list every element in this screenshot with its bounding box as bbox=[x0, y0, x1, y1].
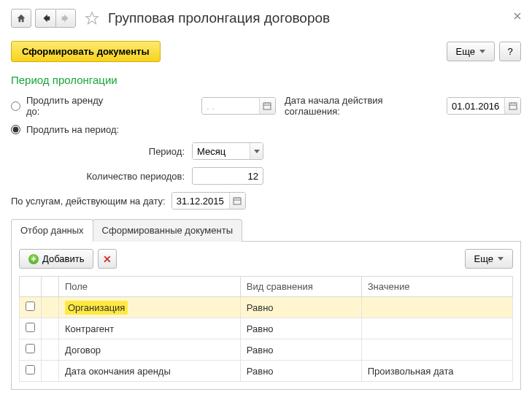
calendar-icon bbox=[233, 196, 242, 205]
extend-until-label: Продлить аренду до: bbox=[26, 95, 117, 117]
period-select-input[interactable] bbox=[193, 143, 250, 159]
row-value[interactable]: Произвольная дата bbox=[361, 361, 512, 382]
generate-documents-button[interactable]: Сформировать документы bbox=[11, 41, 161, 62]
row-field[interactable]: Организация bbox=[59, 297, 241, 318]
add-label: Добавить bbox=[42, 253, 84, 264]
calendar-icon bbox=[509, 101, 517, 110]
services-date-calendar-button[interactable] bbox=[229, 193, 245, 209]
row-value[interactable] bbox=[361, 297, 512, 318]
inner-more-label: Еще bbox=[474, 253, 493, 264]
extend-until-radio[interactable] bbox=[11, 101, 20, 111]
row-compare[interactable]: Равно bbox=[240, 318, 361, 339]
back-button[interactable] bbox=[35, 9, 55, 28]
table-row[interactable]: ОрганизацияРавно bbox=[20, 297, 513, 318]
close-button[interactable] bbox=[514, 10, 521, 22]
star-icon bbox=[85, 11, 99, 26]
table-row[interactable]: ДоговорРавно bbox=[20, 339, 513, 361]
svg-rect-0 bbox=[263, 103, 271, 110]
close-icon bbox=[514, 12, 521, 20]
until-date-calendar-button[interactable] bbox=[259, 98, 275, 114]
count-label: Количество периодов: bbox=[11, 171, 192, 182]
until-date-input[interactable] bbox=[202, 98, 259, 114]
agreement-start-calendar-button[interactable] bbox=[504, 98, 520, 114]
tab-docs[interactable]: Сформированные документы bbox=[93, 219, 242, 242]
row-compare[interactable]: Равно bbox=[240, 339, 361, 361]
table-row[interactable]: Дата окончания арендыРавноПроизвольная д… bbox=[20, 361, 513, 382]
services-date-field[interactable] bbox=[171, 192, 246, 210]
row-field[interactable]: Договор bbox=[59, 339, 241, 361]
more-button[interactable]: Еще bbox=[447, 42, 495, 61]
arrow-right-icon bbox=[61, 13, 71, 23]
chevron-down-icon bbox=[254, 150, 260, 153]
header-field[interactable]: Поле bbox=[59, 277, 241, 297]
agreement-start-date-input[interactable] bbox=[447, 98, 504, 114]
extend-period-radio[interactable] bbox=[11, 125, 20, 134]
calendar-icon bbox=[263, 101, 271, 110]
header-value[interactable]: Значение bbox=[361, 277, 512, 297]
row-checkbox[interactable] bbox=[26, 365, 35, 374]
field-chip: Организация bbox=[65, 301, 128, 315]
home-icon bbox=[16, 13, 26, 23]
row-field[interactable]: Дата окончания аренды bbox=[59, 361, 241, 382]
period-select[interactable] bbox=[192, 142, 263, 160]
row-value[interactable] bbox=[361, 339, 512, 361]
add-button[interactable]: + Добавить bbox=[19, 249, 93, 269]
inner-more-button[interactable]: Еще bbox=[465, 249, 513, 269]
row-field[interactable]: Контрагент bbox=[59, 318, 241, 339]
services-date-input[interactable] bbox=[172, 193, 229, 209]
period-select-dropdown[interactable] bbox=[250, 143, 263, 159]
row-compare[interactable]: Равно bbox=[240, 297, 361, 318]
delete-button[interactable]: ✕ bbox=[98, 249, 117, 269]
header-compare[interactable]: Вид сравнения bbox=[240, 277, 361, 297]
more-label: Еще bbox=[456, 46, 475, 57]
page-title: Групповая пролонгация договоров bbox=[108, 10, 330, 26]
until-date-field[interactable] bbox=[201, 97, 276, 115]
section-title: Период пролонгации bbox=[11, 74, 521, 86]
filter-table: Поле Вид сравнения Значение ОрганизацияР… bbox=[19, 276, 513, 382]
row-checkbox[interactable] bbox=[26, 301, 35, 311]
favorite-button[interactable] bbox=[85, 11, 99, 26]
extend-period-label: Продлить на период: bbox=[26, 124, 119, 135]
chevron-down-icon bbox=[479, 50, 485, 53]
services-date-label: По услугам, действующим на дату: bbox=[11, 196, 166, 207]
agreement-start-date-field[interactable] bbox=[447, 97, 521, 115]
svg-rect-4 bbox=[509, 103, 517, 110]
help-button[interactable]: ? bbox=[499, 42, 521, 61]
svg-rect-8 bbox=[234, 198, 241, 204]
row-checkbox[interactable] bbox=[26, 344, 35, 353]
agreement-start-label: Дата начала действия соглашения: bbox=[285, 95, 441, 117]
period-label: Период: bbox=[11, 146, 192, 157]
tab-filter[interactable]: Отбор данных bbox=[11, 219, 93, 242]
row-compare[interactable]: Равно bbox=[240, 361, 361, 382]
row-checkbox[interactable] bbox=[26, 323, 35, 332]
row-value[interactable] bbox=[361, 318, 512, 339]
arrow-left-icon bbox=[41, 13, 51, 23]
forward-button[interactable] bbox=[55, 9, 76, 28]
table-row[interactable]: КонтрагентРавно bbox=[20, 318, 513, 339]
count-input[interactable] bbox=[192, 167, 263, 185]
chevron-down-icon bbox=[498, 257, 504, 261]
home-button[interactable] bbox=[11, 9, 31, 28]
plus-icon: + bbox=[28, 254, 39, 264]
x-icon: ✕ bbox=[103, 253, 112, 265]
